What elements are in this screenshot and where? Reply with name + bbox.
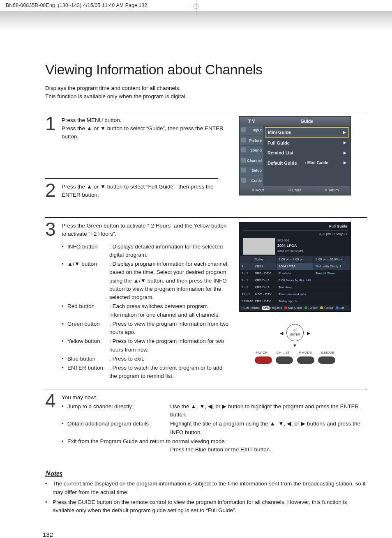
remote-button xyxy=(318,356,335,364)
tv-menu-right-col: Mini Guide▶ Full Guide▶ Remind List▶ Def… xyxy=(263,126,350,186)
remote-label: S.MODE xyxy=(321,350,334,355)
step-1: 1 Press the MENU button. Press the ▲ or … xyxy=(45,112,367,178)
remote-label: P.MODE xyxy=(299,350,312,355)
fg-row: 7 - 1KBS D - 28:00 News Notting Hill xyxy=(240,277,350,284)
tv-left-item: Setup xyxy=(240,166,263,176)
step4-row: •Obtain additional program details :High… xyxy=(62,420,367,437)
tv-left-item: Guide xyxy=(240,176,263,186)
tv-menu-screenshot: T V Guide Input Picture Sound Channel Se… xyxy=(239,116,351,195)
remote-button xyxy=(276,356,293,364)
step-number: 4 xyxy=(45,393,62,409)
fg-program: 2004 LPGA xyxy=(277,243,303,249)
note-item: •Press the GUIDE button on the remote co… xyxy=(45,498,367,515)
step4-row: •Jump to a channel directly :Use the ▲, … xyxy=(62,402,367,419)
left-arrow-icon: ◀ xyxy=(280,330,283,337)
button-function-row: •ENTER button: Press to watch the curren… xyxy=(62,364,230,381)
tv-left-item: Channel xyxy=(240,156,263,166)
right-arrow-icon: ▶ xyxy=(307,330,310,337)
tv-menu-left-col: Input Picture Sound Channel Setup Guide xyxy=(240,126,263,186)
fg-row: 9999-999EBS - DTVToday sports xyxy=(240,298,350,305)
button-function-row: •Yellow button: Press to view the progra… xyxy=(62,337,230,354)
intro-line: Displays the program time and content fo… xyxy=(45,85,180,91)
remote-illustration: ◀ ▶ ▼ ⏎ ENTER FAV.CH CH LIST P.MODE S.MO… xyxy=(254,318,336,364)
tv-menu-left-header: T V xyxy=(240,117,263,126)
tv-menu-row: Default Guide: Mini Guide▶ xyxy=(265,159,349,168)
tv-left-item: Sound xyxy=(240,146,263,156)
step-text: Press the ▲ or ▼ button to select “Full … xyxy=(62,183,218,200)
enter-button-icon: ⏎ ENTER xyxy=(286,324,304,341)
button-function-row: •Red button: Each press switches between… xyxy=(62,302,230,319)
tv-left-item: Picture xyxy=(240,136,263,146)
down-arrow-icon: ▼ xyxy=(293,342,297,349)
button-function-row: •Green button: Press to view the program… xyxy=(62,320,230,337)
tv-menu-row: Mini Guide▶ xyxy=(265,127,349,138)
fg-grid-header: Today 8:00 pm- 9:00 pm 9:00 pm- 10:00 pm xyxy=(240,256,350,263)
step-text-line: You may now: xyxy=(62,393,367,402)
step-number: 3 xyxy=(45,221,62,238)
fg-row: 9 - 1SBS - DTVFriedstarTonight Show xyxy=(240,270,350,277)
crop-mark-circle xyxy=(194,4,198,9)
step-number: 1 xyxy=(45,115,62,132)
fg-row: 7KBS12004 LPGADish with Cindy J. xyxy=(240,263,350,270)
button-function-row: •▲/▼ button: Displays program informatio… xyxy=(62,260,230,301)
fg-thumbnail xyxy=(243,238,275,255)
intro-text: Displays the program time and content fo… xyxy=(45,84,367,101)
full-guide-screenshot: Full Guide 8:30 pm Fri May 21 303-001 20… xyxy=(239,222,351,312)
fg-channel-num: 303-001 xyxy=(277,238,303,243)
remote-button xyxy=(297,356,314,364)
step-4: 4 You may now: •Jump to a channel direct… xyxy=(45,389,367,462)
remote-label: FAV.CH xyxy=(256,350,267,355)
step-2: 2 Press the ▲ or ▼ button to select “Ful… xyxy=(45,178,218,207)
fg-program-time: 8:00 pm~8:49 pm xyxy=(277,248,303,253)
intro-line: This function is available only when the… xyxy=(45,93,187,99)
notes-heading: Notes xyxy=(45,469,367,478)
page-title: Viewing Information about Channels xyxy=(45,62,367,78)
fg-footer: ⏎ Del.Remind INFOProg.Info Mini Guide - … xyxy=(240,305,350,312)
fg-rows: 7KBS12004 LPGADish with Cindy J.9 - 1SBS… xyxy=(240,263,350,305)
tv-menu-right-header: Guide xyxy=(263,117,350,126)
step-text-line: Press the ▲ or ▼ button to select “Guide… xyxy=(62,125,224,140)
fg-row: 11 - 1MBC - DTVTwo guys and girls xyxy=(240,291,350,298)
step4-list: •Jump to a channel directly :Use the ▲, … xyxy=(62,402,367,454)
button-function-row: •INFO button: Displays detailed informat… xyxy=(62,243,230,260)
remote-red-button xyxy=(255,356,272,364)
fg-time: 8:30 pm Fri May 21 xyxy=(243,232,347,237)
page-number: 132 xyxy=(43,531,367,538)
step4-row: •Exit from the Program Guide and return … xyxy=(62,437,367,454)
remote-label: CH LIST xyxy=(277,350,290,355)
step-text-line: Press the MENU button. xyxy=(62,117,122,123)
note-item: •The current time displayed on the progr… xyxy=(45,480,367,497)
step-text-line: Press the Green button to activate “-2 H… xyxy=(62,222,230,239)
step-3: 3 Press the Green button to activate “-2… xyxy=(45,217,367,389)
tv-menu-footer: ⇕Move ⏎Enter ≡Return xyxy=(240,186,350,195)
button-function-row: •Blue button: Press to exit. xyxy=(62,355,230,363)
fg-title: Full Guide xyxy=(243,224,347,231)
fg-row: 9 - 1KBS D - 2Toy story xyxy=(240,284,350,291)
button-function-list: •INFO button: Displays detailed informat… xyxy=(62,243,230,381)
step-number: 2 xyxy=(45,182,62,199)
tv-menu-row: Remind List▶ xyxy=(265,148,349,158)
tv-left-item: Input xyxy=(240,126,263,136)
tv-menu-row: Full Guide▶ xyxy=(265,138,349,148)
